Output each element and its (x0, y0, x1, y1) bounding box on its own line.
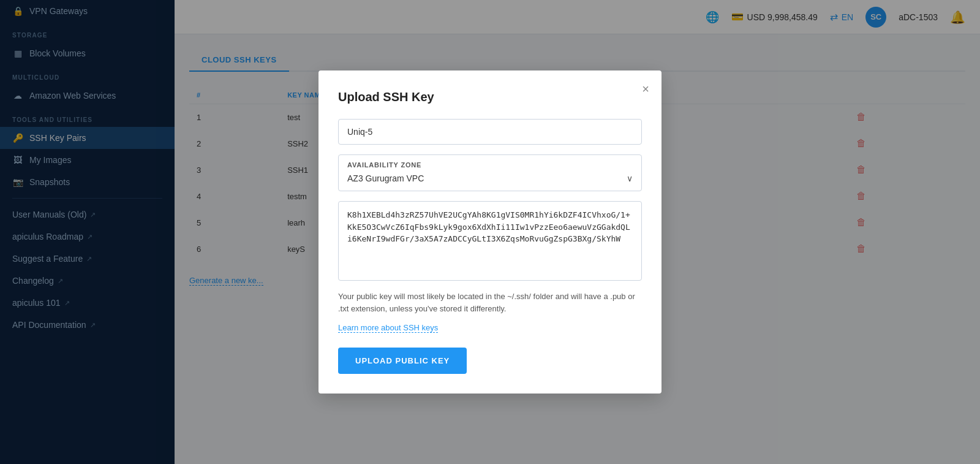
modal-title: Upload SSH Key (338, 90, 642, 104)
az-selected-value: AZ3 Gurugram VPC (347, 173, 424, 183)
upload-public-key-button[interactable]: UPLOAD PUBLIC KEY (338, 348, 467, 374)
az-value[interactable]: AZ3 Gurugram VPC ∨ (339, 171, 641, 191)
chevron-down-icon: ∨ (627, 173, 633, 183)
learn-more-link[interactable]: Learn more about SSH keys (338, 323, 438, 333)
modal-overlay[interactable]: Upload SSH Key × AVAILABILITY ZONE AZ3 G… (0, 0, 980, 464)
modal-hint-text: Your public key will most likely be loca… (338, 291, 642, 314)
az-label: AVAILABILITY ZONE (339, 155, 641, 171)
upload-ssh-key-modal: Upload SSH Key × AVAILABILITY ZONE AZ3 G… (318, 70, 662, 394)
availability-zone-select[interactable]: AVAILABILITY ZONE AZ3 Gurugram VPC ∨ (338, 154, 642, 191)
key-name-input[interactable] (338, 119, 642, 145)
ssh-key-textarea[interactable]: K8h1XEBLd4h3zRZ57UhVE2UCgYAh8KG1gVIS0MR1… (338, 201, 642, 281)
modal-close-button[interactable]: × (642, 83, 649, 95)
